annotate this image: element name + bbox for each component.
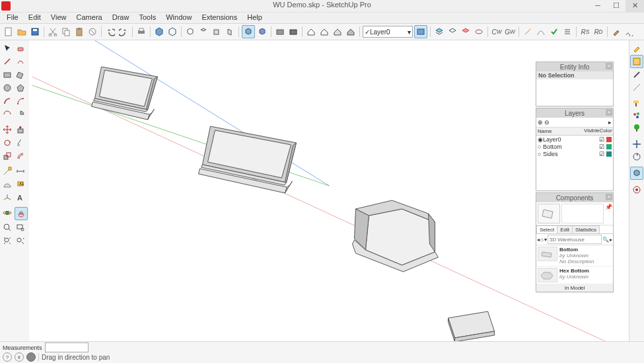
layers-close-icon[interactable]: × [606, 109, 612, 116]
previous-icon[interactable] [15, 235, 26, 247]
list-icon[interactable] [561, 26, 573, 38]
rotate-alt-icon[interactable] [631, 151, 643, 163]
rectangle-icon[interactable] [1, 69, 13, 81]
hammer-icon[interactable] [631, 97, 643, 109]
arc-icon[interactable] [1, 95, 13, 107]
cube-icon[interactable] [630, 167, 643, 180]
right-icon[interactable] [224, 26, 236, 38]
edit-pencil-icon[interactable] [631, 69, 643, 81]
house3-icon[interactable] [332, 26, 343, 38]
layers2-icon[interactable] [447, 26, 458, 38]
save-icon[interactable] [29, 26, 41, 38]
cut-icon[interactable] [47, 26, 59, 38]
menu-view[interactable]: View [47, 13, 71, 22]
component-item[interactable]: Bottomby UnknownNo Description [536, 245, 613, 266]
layers-col-visible[interactable]: Visible [584, 128, 598, 135]
house2-icon[interactable] [318, 26, 330, 38]
layers4-icon[interactable] [473, 26, 485, 38]
shaded-tex-icon[interactable] [256, 26, 268, 38]
offset-icon[interactable] [15, 150, 26, 162]
geo-icon[interactable]: ? [3, 352, 12, 362]
rs-icon[interactable]: RS [579, 26, 591, 38]
pie-icon[interactable] [15, 108, 26, 120]
tab-statistics[interactable]: Statistics [572, 225, 600, 233]
layers-col-color[interactable]: Color [598, 128, 613, 135]
house4-icon[interactable] [345, 26, 357, 38]
component-pin-icon[interactable]: 📌 [605, 204, 612, 223]
remove-layer-icon[interactable]: ⊖ [544, 119, 550, 126]
user-icon[interactable] [26, 352, 36, 362]
new-icon[interactable] [3, 26, 15, 38]
measurements-input[interactable] [45, 343, 89, 352]
close-button[interactable]: ✕ [626, 0, 644, 12]
search-input[interactable] [548, 235, 602, 244]
components-footer[interactable]: In Model [536, 284, 613, 292]
layer-row[interactable]: ◉Layer0☑ [536, 136, 613, 143]
cw-icon[interactable]: CW [491, 26, 503, 38]
search-icon[interactable]: 🔍 [602, 237, 609, 243]
layer-color-swatch[interactable] [606, 144, 612, 149]
circle-icon[interactable] [1, 82, 13, 94]
gw-icon[interactable]: GW [504, 26, 516, 38]
move-icon[interactable] [1, 124, 13, 136]
zoom-extents-icon[interactable] [1, 235, 13, 247]
zoom-window-icon[interactable] [15, 222, 26, 233]
tree-icon[interactable] [631, 122, 643, 134]
menu-window[interactable]: Window [162, 13, 196, 22]
rotate-icon[interactable] [1, 137, 13, 149]
component-item[interactable]: Hex Bottomby Unknown [536, 266, 613, 284]
menu-tools[interactable]: Tools [135, 13, 160, 22]
tab-edit[interactable]: Edit [557, 225, 573, 233]
line-alt-icon[interactable] [631, 81, 643, 93]
menu-draw[interactable]: Draw [108, 13, 133, 22]
wand-icon[interactable] [522, 26, 534, 38]
layer-color-swatch[interactable] [606, 137, 612, 142]
menu-edit[interactable]: Edit [24, 13, 45, 22]
front-icon[interactable] [211, 26, 223, 38]
shaded-icon[interactable] [242, 25, 255, 38]
paste-icon[interactable] [73, 26, 85, 38]
orbit-icon[interactable] [1, 207, 13, 219]
undo-icon[interactable] [104, 26, 116, 38]
tab-select[interactable]: Select [536, 225, 557, 233]
house1-icon[interactable] [305, 26, 317, 38]
arc3-icon[interactable] [1, 108, 13, 120]
model-info2-icon[interactable] [166, 26, 178, 38]
target-icon[interactable] [631, 184, 643, 196]
erase-icon[interactable] [87, 26, 98, 38]
scale-icon[interactable] [1, 150, 13, 162]
rotated-rect-icon[interactable] [15, 69, 26, 81]
anim-icon[interactable] [535, 26, 547, 38]
palette-icon[interactable] [631, 110, 643, 122]
menu-file[interactable]: File [3, 13, 22, 22]
layer-row[interactable]: ○Bottom☑ [536, 143, 613, 150]
add-layer-icon[interactable]: ⊕ [538, 119, 543, 126]
brush-icon[interactable] [610, 26, 622, 38]
pushpull-icon[interactable] [15, 124, 26, 136]
minimize-button[interactable]: ─ [589, 0, 607, 12]
maximize-button[interactable]: ☐ [607, 0, 626, 12]
layer-dropdown[interactable]: ✓ Layer0▾ [363, 26, 413, 38]
group-icon[interactable] [287, 26, 299, 38]
top-icon[interactable] [197, 26, 209, 38]
nav-back-icon[interactable]: ◂ [537, 237, 540, 243]
tape-icon[interactable] [1, 165, 13, 177]
viewport[interactable]: Entity Info× No Selection Layers× ⊕ ⊖ ▸ … [29, 40, 629, 351]
model-info-icon[interactable] [153, 26, 165, 38]
layer-manager-icon[interactable] [414, 25, 427, 38]
rd-icon[interactable]: RD [592, 26, 604, 38]
entity-info-close-icon[interactable]: × [606, 63, 612, 69]
select-icon[interactable] [1, 42, 13, 54]
eraser-icon[interactable] [15, 42, 26, 54]
pan-icon[interactable] [15, 207, 28, 220]
3dtext-icon[interactable]: A [15, 192, 26, 204]
menu-camera[interactable]: Camera [73, 13, 106, 22]
layers-menu-icon[interactable]: ▸ [608, 119, 612, 126]
components-close-icon[interactable]: × [606, 194, 612, 200]
open-icon[interactable] [16, 26, 28, 38]
layers-col-name[interactable]: Name [536, 128, 584, 135]
zoom-icon[interactable] [1, 222, 13, 233]
redo-icon[interactable] [118, 26, 129, 38]
check-icon[interactable] [548, 26, 560, 38]
line-icon[interactable] [1, 56, 13, 67]
